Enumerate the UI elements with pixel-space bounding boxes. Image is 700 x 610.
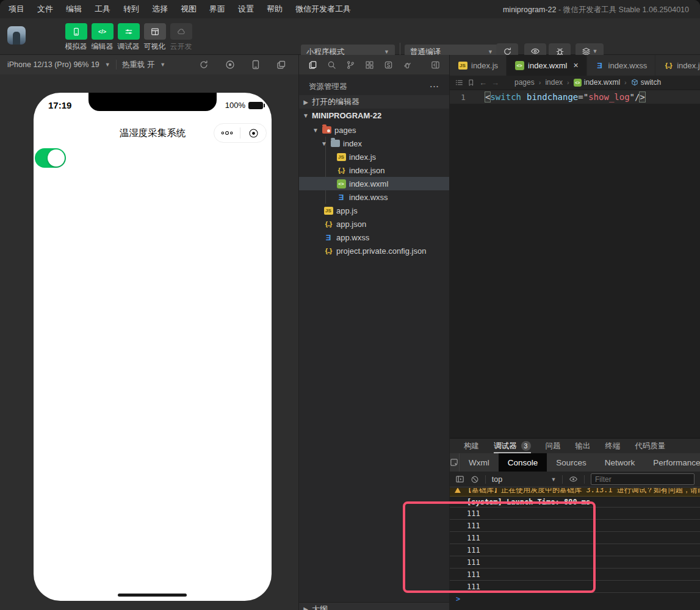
tab-index-js[interactable]: JS index.js: [450, 55, 507, 76]
devtools-tab-sources[interactable]: Sources: [547, 453, 596, 472]
forward-arrow-icon[interactable]: →: [491, 78, 499, 87]
outline-section[interactable]: ▶ 大纲: [299, 602, 449, 610]
inspect-element-icon[interactable]: [450, 453, 460, 472]
menu-interface[interactable]: 界面: [209, 4, 225, 15]
bookmark-icon[interactable]: [467, 79, 475, 87]
multi-window-icon[interactable]: [276, 60, 286, 70]
collapse-sidebar-icon[interactable]: [431, 60, 440, 70]
tab-problems[interactable]: 问题: [546, 439, 561, 453]
open-editors-section[interactable]: ▶ 打开的编辑器: [299, 95, 449, 109]
code-editor[interactable]: 1 <switchbindchange="show_log"/>: [450, 89, 700, 438]
tab-build[interactable]: 构建: [464, 439, 479, 453]
divider: [485, 475, 486, 484]
menu-project[interactable]: 项目: [9, 4, 24, 15]
rotate-icon[interactable]: [199, 60, 209, 70]
context-select[interactable]: top ▼: [492, 475, 557, 484]
menu-edit[interactable]: 编辑: [66, 4, 82, 15]
sidebar-toggle-icon[interactable]: [455, 475, 464, 484]
tab-index-wxml[interactable]: <> index.wxml ×: [507, 55, 586, 76]
simulator-actions: [199, 60, 291, 70]
teapot-icon[interactable]: [403, 60, 412, 70]
seal-icon[interactable]: [384, 60, 393, 70]
chevron-down-icon: ▼: [303, 112, 309, 119]
tree-item-index-wxml[interactable]: <> index.wxml: [299, 177, 449, 190]
phone-icon: [72, 27, 81, 36]
devtools-tab-network[interactable]: Network: [596, 453, 644, 472]
tree-item-app-js[interactable]: JS app.js: [299, 204, 449, 217]
breadcrumb-file[interactable]: <> index.wxml: [574, 78, 620, 87]
tree-item-pages[interactable]: ▼ pages: [299, 123, 449, 137]
wxss-file-icon: Ǝ: [326, 233, 331, 242]
debugger-count-badge: 3: [521, 441, 531, 451]
eye-icon[interactable]: [569, 475, 578, 484]
log-switch-toggle[interactable]: [35, 148, 66, 168]
devtools-tab-wxml[interactable]: Wxml: [460, 453, 499, 472]
menu-dots-icon[interactable]: [214, 131, 240, 135]
menu-file[interactable]: 文件: [37, 4, 53, 15]
menu-tools[interactable]: 工具: [95, 4, 110, 15]
tree-item-index-wxss[interactable]: Ǝ index.wxss: [299, 190, 449, 204]
warning-icon: [455, 488, 461, 493]
hot-reload-toggle[interactable]: 热重载 开: [122, 60, 154, 70]
tab-debugger[interactable]: 调试器 3: [494, 439, 531, 453]
user-avatar[interactable]: [7, 26, 26, 45]
filter-input[interactable]: [591, 473, 695, 485]
back-arrow-icon[interactable]: ←: [479, 78, 487, 87]
capsule-close-icon[interactable]: [240, 127, 266, 139]
tree-item-index-json[interactable]: {..} index.json: [299, 163, 449, 177]
annotation-highlight: [403, 501, 596, 593]
tree-item-index-js[interactable]: JS index.js: [299, 150, 449, 163]
files-icon[interactable]: [308, 60, 317, 70]
breadcrumb-symbol[interactable]: switch: [631, 78, 661, 87]
chevron-right-icon: ▶: [303, 99, 309, 106]
visualization-toggle-button[interactable]: 可视化: [143, 23, 166, 52]
wxss-file-icon: Ǝ: [339, 193, 344, 202]
menu-help[interactable]: 帮助: [267, 4, 283, 15]
menu-wechat-devtools[interactable]: 微信开发者工具: [295, 4, 351, 15]
tab-terminal[interactable]: 终端: [605, 439, 621, 453]
extensions-icon[interactable]: [365, 60, 374, 70]
chevron-right-icon: ›: [567, 79, 569, 86]
divider: [116, 60, 117, 70]
source-control-icon[interactable]: [346, 60, 355, 70]
search-icon[interactable]: [327, 60, 336, 70]
debugger-toggle-button[interactable]: 调试器: [117, 23, 140, 52]
json-file-icon: {..}: [665, 62, 672, 69]
divider: [562, 475, 563, 484]
more-actions-icon[interactable]: ···: [430, 82, 440, 91]
code-text: <switchbindchange="show_log"/>: [485, 92, 645, 102]
devtools-tab-performance[interactable]: Performance: [644, 453, 700, 472]
editor-toggle-button[interactable]: </> 编辑器: [91, 23, 114, 52]
menu-goto[interactable]: 转到: [123, 4, 139, 15]
wxml-file-icon: <>: [515, 61, 524, 70]
simulator-toggle-button[interactable]: 模拟器: [65, 23, 87, 52]
tab-code-quality[interactable]: 代码质量: [635, 439, 666, 453]
phone-mockup: 17:19 100% 温湿度采集系统: [34, 93, 272, 601]
breadcrumb-pages[interactable]: pages: [514, 78, 535, 87]
cloud-icon: [177, 27, 186, 36]
tab-index-json[interactable]: {..} index.json: [655, 55, 700, 76]
clear-console-icon[interactable]: [471, 475, 479, 484]
tree-item-index-folder[interactable]: ▼ index: [299, 137, 449, 150]
tab-output[interactable]: 输出: [576, 439, 591, 453]
devtools-tab-console[interactable]: Console: [499, 453, 547, 472]
tree-item-project-config[interactable]: {..} project.private.config.json: [299, 244, 449, 257]
menu-settings[interactable]: 设置: [238, 4, 254, 15]
menu-select[interactable]: 选择: [152, 4, 168, 15]
close-icon[interactable]: ×: [573, 60, 578, 70]
window-title-app: 微信开发者工具: [563, 5, 617, 14]
cloud-dev-button[interactable]: 云开发: [170, 23, 192, 52]
project-root-item[interactable]: ▼ MINIPROGRAM-22: [299, 109, 449, 122]
tree-item-app-json[interactable]: {..} app.json: [299, 217, 449, 231]
chevron-down-icon: ▼: [384, 49, 389, 55]
menu-view[interactable]: 视图: [181, 4, 197, 15]
breadcrumb-index[interactable]: index: [545, 78, 563, 87]
device-frame-icon[interactable]: [251, 60, 260, 70]
chevron-down-icon: ▼: [160, 62, 165, 68]
device-select[interactable]: iPhone 12/13 (Pro) 96% 19: [7, 60, 99, 69]
tab-index-wxss[interactable]: Ǝ index.wxss: [587, 55, 656, 76]
tree-item-app-wxss[interactable]: Ǝ app.wxss: [299, 231, 449, 244]
record-icon[interactable]: [225, 60, 235, 70]
list-icon[interactable]: [455, 79, 463, 87]
console-prompt[interactable]: >: [450, 593, 700, 605]
